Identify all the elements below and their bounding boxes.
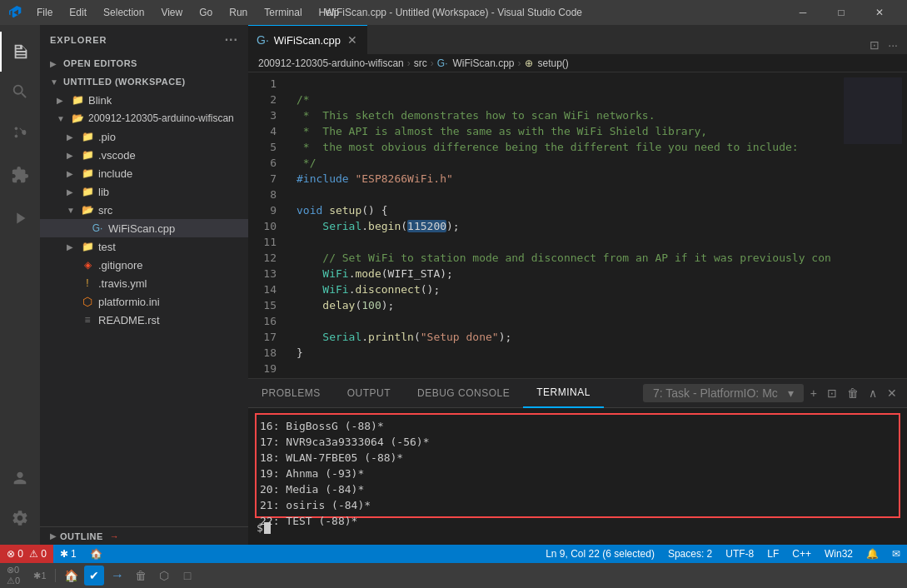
- maximize-panel-button[interactable]: ∧: [865, 383, 880, 403]
- outline-label: OUTLINE: [60, 531, 103, 541]
- menu-terminal[interactable]: Terminal: [257, 5, 308, 20]
- file-wifiscan[interactable]: G· WiFiScan.cpp: [40, 219, 248, 237]
- panel-content[interactable]: 16: BigBossG (-88)* 17: NVR9ca3a9333064 …: [248, 408, 907, 545]
- panel-tab-problems[interactable]: PROBLEMS: [248, 379, 334, 408]
- breadcrumb-src[interactable]: src: [414, 57, 427, 69]
- bottom-icon-bar: ⊗0 ⚠0 ✱1 🏠 ✔ → 🗑 ⬡ □: [0, 563, 907, 588]
- more-actions-button[interactable]: ···: [885, 36, 900, 54]
- explorer-icon[interactable]: [0, 32, 40, 72]
- maximize-button[interactable]: □: [822, 0, 860, 25]
- statusbar-home[interactable]: 🏠: [83, 545, 109, 563]
- statusbar-notifications[interactable]: 🔔: [860, 545, 885, 563]
- feedback-icon: ✉: [892, 548, 900, 560]
- titlebar-left: File Edit Selection View Go Run Terminal…: [8, 5, 346, 20]
- titlebar: File Edit Selection View Go Run Terminal…: [0, 0, 907, 25]
- panel-tab-bar: PROBLEMS OUTPUT DEBUG CONSOLE TERMINAL 7…: [248, 379, 907, 408]
- check-button[interactable]: ✔: [84, 566, 104, 586]
- statusbar-left: ⊗ 0 ⚠ 0 ✱ 1 🏠: [0, 545, 109, 563]
- breadcrumb: 200912-120305-arduino-wifiscan › src › G…: [248, 54, 907, 72]
- sidebar-tree: ▶ OPEN EDITORS ▼ UNTITLED (WORKSPACE) ▶ …: [40, 54, 248, 526]
- file-gitignore[interactable]: ◈ .gitignore: [40, 256, 248, 274]
- split-terminal-button[interactable]: ⊡: [824, 383, 840, 403]
- window-controls: ─ □ ✕: [784, 0, 899, 25]
- account-icon[interactable]: [0, 458, 40, 498]
- add-terminal-button[interactable]: +: [807, 383, 820, 403]
- menu-run[interactable]: Run: [222, 5, 254, 20]
- statusbar-language[interactable]: C++: [785, 545, 818, 563]
- tab-wifiscan[interactable]: G· WiFiScan.cpp ✕: [248, 25, 367, 54]
- activity-bar: [0, 25, 40, 545]
- terminal-prompt: $: [257, 521, 263, 534]
- terminal-dropdown[interactable]: 7: Task - PlatformIO: Mc ▾: [643, 384, 804, 402]
- code-area[interactable]: 12345 678910 1112131415 1617181920 21 /*…: [248, 72, 907, 378]
- breadcrumb-symbol[interactable]: setup(): [538, 57, 569, 69]
- panel-actions: 7: Task - PlatformIO: Mc ▾ + ⊡ 🗑 ∧ ✕: [636, 383, 907, 403]
- menu-edit[interactable]: Edit: [62, 5, 93, 20]
- run-icon[interactable]: [0, 198, 40, 238]
- hex-button[interactable]: ⬡: [154, 566, 174, 586]
- folder-lib[interactable]: ▶ 📁 lib: [40, 182, 248, 201]
- settings-icon[interactable]: [0, 498, 40, 538]
- split-editor-button[interactable]: ⊡: [867, 36, 882, 54]
- workspace-section[interactable]: ▼ UNTITLED (WORKSPACE): [40, 72, 248, 91]
- folder-include[interactable]: ▶ 📁 include: [40, 164, 248, 182]
- tab-close-button[interactable]: ✕: [346, 33, 359, 47]
- git-changes-icon[interactable]: ✱1: [30, 566, 50, 586]
- close-panel-button[interactable]: ✕: [884, 383, 900, 403]
- menu-file[interactable]: File: [30, 5, 59, 20]
- source-control-icon[interactable]: [0, 112, 40, 152]
- upload-button[interactable]: →: [107, 566, 127, 586]
- terminal-line-2: 17: NVR9ca3a9333064 (-56)*: [260, 434, 895, 450]
- file-readme[interactable]: ≡ README.rst: [40, 311, 248, 329]
- home-button[interactable]: 🏠: [61, 566, 81, 586]
- breadcrumb-file[interactable]: WiFiScan.cpp: [452, 57, 514, 69]
- folder-blink[interactable]: ▶ 📁 Blink: [40, 91, 248, 109]
- statusbar-feedback[interactable]: ✉: [885, 545, 907, 563]
- error-warning-icon[interactable]: ⊗0 ⚠0: [7, 566, 27, 586]
- folder-src[interactable]: ▼ 📂 src: [40, 201, 248, 219]
- sidebar: EXPLORER ··· ▶ OPEN EDITORS ▼ UNTITLED (…: [40, 25, 248, 545]
- statusbar-eol[interactable]: LF: [760, 545, 785, 563]
- statusbar-spaces[interactable]: Spaces: 2: [661, 545, 719, 563]
- open-editors-section[interactable]: ▶ OPEN EDITORS: [40, 54, 248, 72]
- minimize-button[interactable]: ─: [784, 0, 822, 25]
- terminal-button[interactable]: □: [177, 566, 197, 586]
- statusbar-git[interactable]: ✱ 1: [53, 545, 83, 563]
- breadcrumb-folder[interactable]: 200912-120305-arduino-wifiscan: [258, 57, 404, 69]
- menu-selection[interactable]: Selection: [97, 5, 151, 20]
- statusbar-position[interactable]: Ln 9, Col 22 (6 selected): [539, 545, 661, 563]
- file-platformio[interactable]: ⬡ platformio.ini: [40, 292, 248, 311]
- statusbar-platform[interactable]: Win32: [818, 545, 860, 563]
- minimap: [840, 72, 907, 378]
- sidebar-more-button[interactable]: ···: [225, 32, 238, 47]
- code-editor[interactable]: /* * This sketch demonstrates how to sca…: [290, 72, 840, 378]
- statusbar-errors[interactable]: ⊗ 0 ⚠ 0: [0, 545, 53, 563]
- position-label: Ln 9, Col 22 (6 selected): [546, 548, 655, 560]
- search-icon[interactable]: [0, 72, 40, 112]
- file-travisyml[interactable]: ! .travis.yml: [40, 274, 248, 292]
- extensions-icon[interactable]: [0, 155, 40, 195]
- close-button[interactable]: ✕: [860, 0, 899, 25]
- language-label: C++: [792, 548, 811, 560]
- folder-test[interactable]: ▶ 📁 test: [40, 237, 248, 256]
- menu-view[interactable]: View: [154, 5, 189, 20]
- dropdown-chevron-icon: ▾: [785, 383, 797, 403]
- folder-pio[interactable]: ▶ 📁 .pio: [40, 127, 248, 146]
- delete-terminal-button[interactable]: 🗑: [844, 383, 862, 403]
- terminal-line-5: 20: Media (-84)*: [260, 481, 895, 497]
- tab-label: WiFiScan.cpp: [274, 34, 341, 47]
- panel-tab-output[interactable]: OUTPUT: [334, 379, 404, 408]
- folder-wifiscan[interactable]: ▼ 📂 200912-120305-arduino-wifiscan: [40, 109, 248, 127]
- menu-help[interactable]: Help: [312, 5, 346, 20]
- menu-go[interactable]: Go: [192, 5, 219, 20]
- panel-tab-terminal[interactable]: TERMINAL: [523, 379, 604, 408]
- terminal-line-4: 19: Ahnma (-93)*: [260, 466, 895, 481]
- trash-button[interactable]: 🗑: [131, 566, 151, 586]
- folder-vscode[interactable]: ▶ 📁 .vscode: [40, 146, 248, 164]
- terminal-line-6: 21: osiris (-84)*: [260, 497, 895, 513]
- statusbar-encoding[interactable]: UTF-8: [719, 545, 760, 563]
- outline-section[interactable]: ▶ OUTLINE →: [40, 526, 248, 545]
- panel-tab-debug[interactable]: DEBUG CONSOLE: [404, 379, 523, 408]
- window-title: WiFiScan.cpp - Untitled (Workspace) - Vi…: [325, 7, 582, 18]
- terminal-cursor: [264, 522, 271, 534]
